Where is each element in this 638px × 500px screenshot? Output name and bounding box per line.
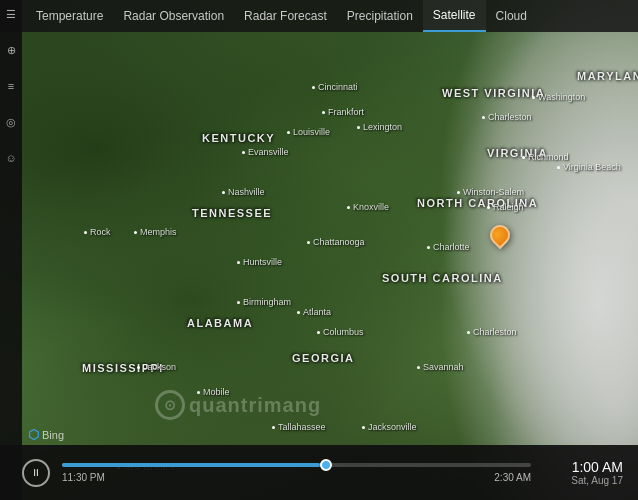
timeline-bar: ⏸ 11:30 PM 2:30 AM 1:00 AM Sat, Aug 17 xyxy=(0,445,638,500)
timeline-track[interactable] xyxy=(62,463,531,467)
nav-bar: Temperature Radar Observation Radar Fore… xyxy=(0,0,638,32)
play-pause-button[interactable]: ⏸ xyxy=(22,459,50,487)
sidebar: ☰ ⊕ ≡ ◎ ☺ xyxy=(0,0,22,500)
timeline-progress xyxy=(62,463,320,467)
sidebar-icon-menu[interactable]: ☰ xyxy=(2,5,20,23)
sidebar-icon-layers[interactable]: ⊕ xyxy=(2,41,20,59)
tab-temperature[interactable]: Temperature xyxy=(26,0,113,32)
watermark-text: quantrimang xyxy=(189,394,321,417)
current-time: 1:00 AM xyxy=(543,459,623,475)
bing-logo: ⬡ Bing xyxy=(28,427,64,442)
watermark-icon: ⊙ xyxy=(155,390,185,420)
pin-icon xyxy=(486,221,514,249)
tab-satellite[interactable]: Satellite xyxy=(423,0,486,32)
tab-precipitation[interactable]: Precipitation xyxy=(337,0,423,32)
tab-radar-forecast[interactable]: Radar Forecast xyxy=(234,0,337,32)
timeline-start: 11:30 PM xyxy=(62,472,105,483)
timeline-thumb[interactable] xyxy=(320,459,332,471)
timeline-labels: 11:30 PM 2:30 AM xyxy=(62,472,531,483)
timeline-track-container: 11:30 PM 2:30 AM xyxy=(62,463,531,483)
nav-tabs: Temperature Radar Observation Radar Fore… xyxy=(22,0,537,32)
bing-label: Bing xyxy=(42,429,64,441)
tab-radar-observation[interactable]: Radar Observation xyxy=(113,0,234,32)
cloud-overlay xyxy=(438,0,638,500)
map-container[interactable]: KENTUCKYTENNESSEEALABAMAMISSISSIPPIGEORG… xyxy=(0,0,638,500)
watermark: ⊙ quantrimang xyxy=(155,390,321,420)
time-display: 1:00 AM Sat, Aug 17 xyxy=(543,459,623,486)
sidebar-icon-list[interactable]: ≡ xyxy=(2,77,20,95)
sidebar-icon-location[interactable]: ◎ xyxy=(2,113,20,131)
location-pin[interactable] xyxy=(490,225,510,245)
tab-cloud[interactable]: Cloud xyxy=(486,0,537,32)
current-date: Sat, Aug 17 xyxy=(543,475,623,486)
sidebar-icon-user[interactable]: ☺ xyxy=(2,149,20,167)
timeline-end: 2:30 AM xyxy=(494,472,531,483)
bing-icon: ⬡ xyxy=(28,427,39,442)
